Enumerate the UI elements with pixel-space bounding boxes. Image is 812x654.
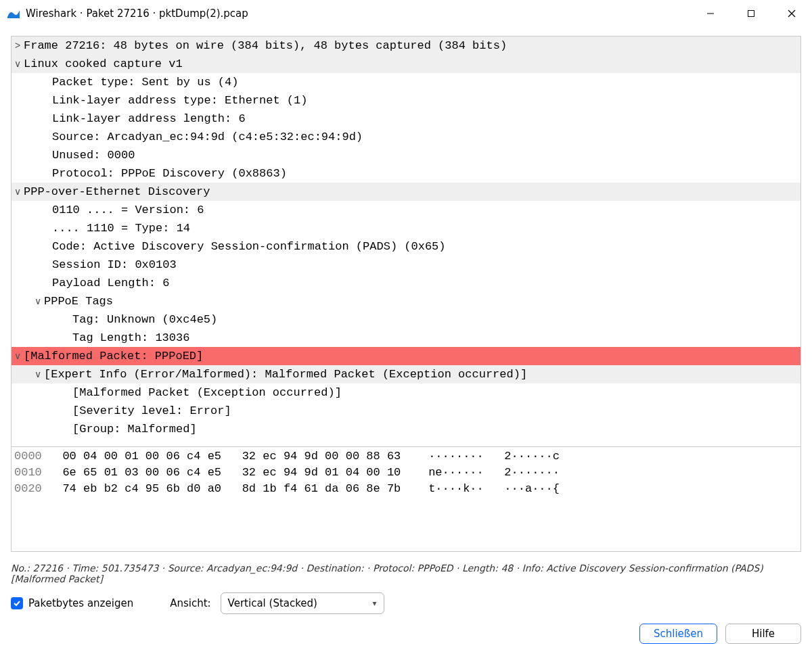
tree-label: Unused: 0000 <box>52 146 135 164</box>
packet-details-tree[interactable]: Frame 27216: 48 bytes on wire (384 bits)… <box>11 36 801 447</box>
tree-label: [Expert Info (Error/Malformed): Malforme… <box>44 365 527 383</box>
view-layout-combo[interactable]: Vertical (Stacked) ▾ <box>221 592 384 614</box>
tree-row-pppoe[interactable]: PPP-over-Ethernet Discovery <box>12 183 800 201</box>
tree-row-frame[interactable]: Frame 27216: 48 bytes on wire (384 bits)… <box>12 37 800 55</box>
hex-ascii: ne······ 2······· <box>428 466 560 479</box>
tree-row[interactable]: Link-layer address type: Ethernet (1) <box>12 91 800 110</box>
titlebar-controls <box>690 0 812 27</box>
window-title: Wireshark · Paket 27216 · pktDump(2).pca… <box>26 7 248 20</box>
tree-row[interactable]: [Severity level: Error] <box>12 402 800 420</box>
help-button[interactable]: Hilfe <box>725 624 801 644</box>
tree-label: PPPoE Tags <box>44 292 113 310</box>
hex-bytes: 6e 65 01 03 00 06 c4 e5 32 ec 94 9d 01 0… <box>62 466 401 479</box>
view-label: Ansicht: <box>170 597 210 609</box>
checkbox-checked-icon <box>11 597 23 609</box>
tree-row[interactable]: 0110 .... = Version: 6 <box>12 201 800 219</box>
collapse-icon[interactable] <box>12 183 24 201</box>
tree-label: Payload Length: 6 <box>52 274 169 292</box>
hex-bytes: 74 eb b2 c4 95 6b d0 a0 8d 1b f4 61 da 0… <box>62 482 401 495</box>
tree-label: Frame 27216: 48 bytes on wire (384 bits)… <box>24 37 507 55</box>
tree-label: Source: Arcadyan_ec:94:9d (c4:e5:32:ec:9… <box>52 128 363 146</box>
tree-label: Session ID: 0x0103 <box>52 256 177 274</box>
tree-row[interactable]: Packet type: Sent by us (4) <box>12 73 800 91</box>
tree-label: Protocol: PPPoE Discovery (0x8863) <box>52 164 287 183</box>
tree-row-malformed[interactable]: [Malformed Packet: PPPoED] <box>12 347 800 365</box>
tree-row[interactable]: [Group: Malformed] <box>12 420 800 438</box>
tree-label: Link-layer address length: 6 <box>52 110 246 128</box>
tree-label: Linux cooked capture v1 <box>24 55 183 73</box>
wireshark-icon <box>7 7 20 20</box>
tree-label: Tag Length: 13036 <box>72 329 189 347</box>
expand-icon[interactable] <box>12 37 24 55</box>
collapse-icon[interactable] <box>12 55 24 73</box>
status-summary: No.: 27216 · Time: 501.735473 · Source: … <box>11 563 801 584</box>
tree-label: PPP-over-Ethernet Discovery <box>24 183 210 201</box>
tree-row[interactable]: Payload Length: 6 <box>12 274 800 292</box>
tree-row[interactable]: Link-layer address length: 6 <box>12 110 800 128</box>
tree-label: Packet type: Sent by us (4) <box>52 73 238 91</box>
hex-offset: 0020 <box>14 482 42 495</box>
tree-row[interactable]: [Malformed Packet (Exception occurred)] <box>12 383 800 402</box>
close-window-button[interactable] <box>771 0 812 27</box>
tree-row[interactable]: Protocol: PPPoE Discovery (0x8863) <box>12 164 800 183</box>
combo-value: Vertical (Stacked) <box>228 597 317 609</box>
chevron-down-icon: ▾ <box>373 599 377 608</box>
tree-row[interactable]: Unused: 0000 <box>12 146 800 164</box>
tree-row[interactable]: Tag: Unknown (0xc4e5) <box>12 310 800 329</box>
tree-row[interactable]: Source: Arcadyan_ec:94:9d (c4:e5:32:ec:9… <box>12 128 800 146</box>
collapse-icon[interactable] <box>32 292 44 310</box>
tree-label: .... 1110 = Type: 14 <box>52 219 190 237</box>
minimize-button[interactable] <box>690 0 731 27</box>
tree-label: Code: Active Discovery Session-confirmat… <box>52 237 446 256</box>
packet-bytes-pane[interactable]: 0000 00 04 00 01 00 06 c4 e5 32 ec 94 9d… <box>11 447 801 552</box>
maximize-button[interactable] <box>731 0 771 27</box>
hex-offset: 0010 <box>14 466 42 479</box>
tree-row-expert[interactable]: [Expert Info (Error/Malformed): Malforme… <box>12 365 800 383</box>
tree-row[interactable]: Code: Active Discovery Session-confirmat… <box>12 237 800 256</box>
tree-label: Tag: Unknown (0xc4e5) <box>72 310 217 329</box>
tree-row-tags[interactable]: PPPoE Tags <box>12 292 800 310</box>
titlebar: Wireshark · Paket 27216 · pktDump(2).pca… <box>0 0 812 28</box>
tree-row-sll[interactable]: Linux cooked capture v1 <box>12 55 800 73</box>
tree-label: [Group: Malformed] <box>72 420 197 438</box>
tree-label: 0110 .... = Version: 6 <box>52 201 204 219</box>
close-button[interactable]: Schließen <box>639 624 717 644</box>
tree-label: Link-layer address type: Ethernet (1) <box>52 91 307 110</box>
tree-row[interactable]: Tag Length: 13036 <box>12 329 800 347</box>
collapse-icon[interactable] <box>12 347 24 365</box>
hex-offset: 0000 <box>14 450 42 463</box>
show-bytes-label: Paketbytes anzeigen <box>28 597 133 609</box>
tree-label: [Severity level: Error] <box>72 402 231 420</box>
tree-label: [Malformed Packet (Exception occurred)] <box>72 383 342 402</box>
hex-ascii: t····k·· ···a···{ <box>428 482 560 495</box>
collapse-icon[interactable] <box>32 365 44 383</box>
show-bytes-checkbox[interactable]: Paketbytes anzeigen <box>11 597 133 609</box>
svg-rect-1 <box>748 11 754 17</box>
tree-row[interactable]: .... 1110 = Type: 14 <box>12 219 800 237</box>
tree-label: [Malformed Packet: PPPoED] <box>24 347 203 365</box>
tree-row[interactable]: Session ID: 0x0103 <box>12 256 800 274</box>
hex-bytes: 00 04 00 01 00 06 c4 e5 32 ec 94 9d 00 0… <box>62 450 401 463</box>
hex-ascii: ········ 2······c <box>428 450 560 463</box>
